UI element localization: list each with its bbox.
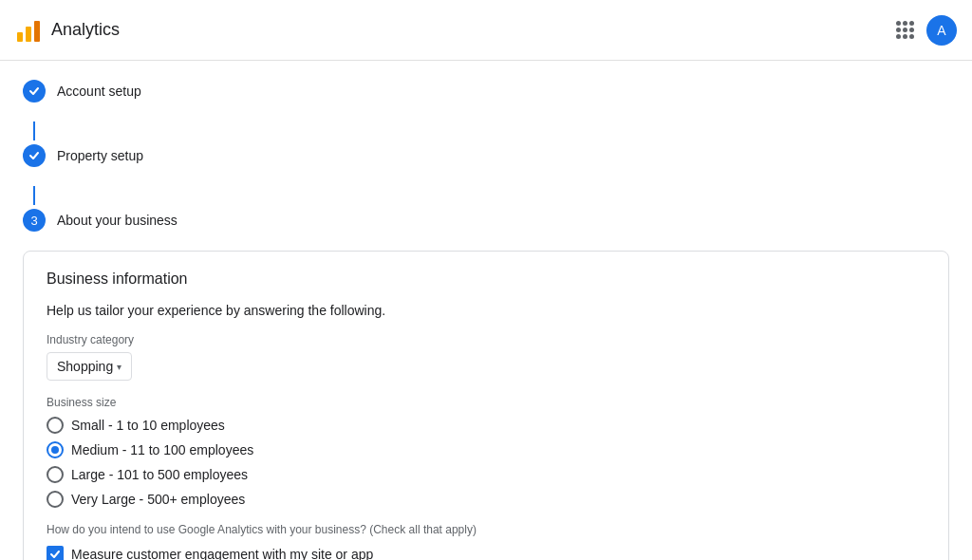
app-title: Analytics [51,20,120,40]
radio-label-small: Small - 1 to 10 employees [71,418,225,433]
svg-rect-2 [34,21,40,42]
radio-small[interactable]: Small - 1 to 10 employees [47,417,925,434]
industry-dropdown[interactable]: Shopping ▾ [47,352,132,381]
svg-rect-1 [26,27,31,42]
step-3-circle: 3 [23,209,46,232]
radio-circle-medium [47,441,64,458]
business-size-label: Business size [47,396,925,409]
step-connector-1 [33,121,35,140]
business-info-card: Business information Help us tailor your… [23,251,949,560]
step-2-label: Property setup [57,148,143,163]
user-avatar[interactable]: A [926,15,957,46]
grid-dot [909,28,914,32]
checkbox-box-0 [47,546,64,560]
checkbox-label-0: Measure customer engagement with my site… [71,547,373,560]
checkbox-group: Measure customer engagement with my site… [47,546,925,560]
radio-label-very-large: Very Large - 500+ employees [71,492,245,507]
industry-value: Shopping [57,359,113,374]
grid-dot [903,28,907,32]
step-1-circle [23,80,46,103]
step-2-check-icon [28,150,40,161]
industry-label: Industry category [47,333,925,346]
radio-circle-very-large [47,491,64,508]
step-2: Property setup [23,144,949,167]
grid-dot [909,34,914,39]
header-left: Analytics [15,17,120,44]
radio-inner-medium [51,446,59,454]
grid-dot [896,28,901,32]
radio-circle-small [47,417,64,434]
radio-very-large[interactable]: Very Large - 500+ employees [47,491,925,508]
step-1: Account setup [23,80,949,103]
radio-circle-large [47,466,64,483]
checkbox-item-0[interactable]: Measure customer engagement with my site… [47,546,925,560]
grid-dot [909,21,914,26]
checkbox-question: How do you intend to use Google Analytic… [47,523,925,536]
radio-medium[interactable]: Medium - 11 to 100 employees [47,441,925,458]
grid-dot [896,34,901,39]
radio-large[interactable]: Large - 101 to 500 employees [47,466,925,483]
business-size-group: Small - 1 to 10 employees Medium - 11 to… [47,417,925,508]
chevron-down-icon: ▾ [117,362,122,372]
step-3-label: About your business [57,213,178,228]
radio-label-medium: Medium - 11 to 100 employees [71,442,253,457]
grid-dot [903,34,907,39]
step-3: 3 About your business [23,209,949,232]
radio-label-large: Large - 101 to 500 employees [71,467,248,482]
help-text: Help us tailor your experience by answer… [47,303,925,318]
grid-dot [903,21,907,26]
card-title: Business information [47,271,925,288]
header: Analytics A [0,0,972,61]
step-2-circle [23,144,46,167]
grid-dot [896,21,901,26]
steps-container: Account setup Property setup 3 About you… [0,61,972,232]
header-right: A [896,15,957,46]
step-connector-2 [33,186,35,205]
step-1-label: Account setup [57,84,141,99]
step-1-check-icon [28,85,40,97]
apps-grid-icon[interactable] [896,21,915,40]
analytics-icon [15,17,42,44]
svg-rect-0 [17,32,23,42]
